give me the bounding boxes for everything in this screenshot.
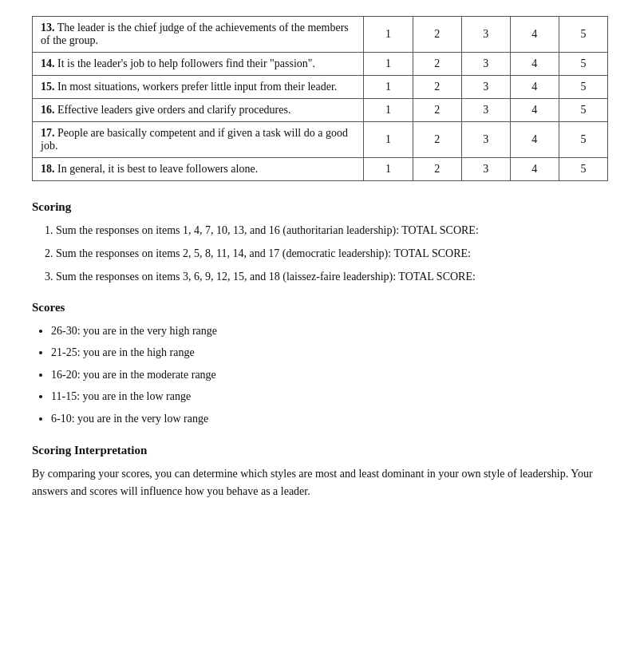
rating-cell: 1 <box>364 53 413 76</box>
scoring-list: Sum the responses on items 1, 4, 7, 10, … <box>56 222 608 285</box>
question-cell: 13. The leader is the chief judge of the… <box>33 17 364 53</box>
rating-cell: 2 <box>413 53 461 76</box>
question-cell: 17. People are basically competent and i… <box>33 122 364 158</box>
rating-cell: 1 <box>364 158 413 181</box>
question-cell: 18. In general, it is best to leave foll… <box>33 158 364 181</box>
interpretation-text: By comparing your scores, you can determ… <box>32 465 608 501</box>
scoring-item: Sum the responses on items 2, 5, 8, 11, … <box>56 245 608 262</box>
rating-cell: 1 <box>364 76 413 99</box>
rating-cell: 5 <box>559 158 607 181</box>
question-cell: 15. In most situations, workers prefer l… <box>33 76 364 99</box>
scores-item: 16-20: you are in the moderate range <box>51 366 608 384</box>
rating-cell: 3 <box>461 99 510 122</box>
scoring-section: Scoring Sum the responses on items 1, 4,… <box>32 200 608 285</box>
rating-cell: 2 <box>413 76 461 99</box>
rating-cell: 3 <box>461 76 510 99</box>
table-row: 14. It is the leader's job to help follo… <box>33 53 608 76</box>
rating-cell: 1 <box>364 17 413 53</box>
rating-cell: 5 <box>559 122 607 158</box>
rating-cell: 2 <box>413 122 461 158</box>
rating-cell: 4 <box>510 99 559 122</box>
scores-item: 11-15: you are in the low range <box>51 388 608 405</box>
rating-cell: 3 <box>461 17 510 53</box>
interpretation-section: Scoring Interpretation By comparing your… <box>32 444 608 501</box>
scores-item: 21-25: you are in the high range <box>51 344 608 362</box>
table-row: 13. The leader is the chief judge of the… <box>33 17 608 53</box>
scores-title: Scores <box>32 301 608 314</box>
scores-item: 6-10: you are in the very low range <box>51 410 608 428</box>
rating-cell: 4 <box>510 76 559 99</box>
rating-cell: 4 <box>510 122 559 158</box>
leadership-table: 13. The leader is the chief judge of the… <box>32 16 608 181</box>
rating-cell: 4 <box>510 158 559 181</box>
rating-cell: 5 <box>559 53 607 76</box>
scoring-item: Sum the responses on items 3, 6, 9, 12, … <box>56 268 608 285</box>
scores-section: Scores 26-30: you are in the very high r… <box>32 301 608 428</box>
rating-cell: 5 <box>559 17 607 53</box>
question-cell: 14. It is the leader's job to help follo… <box>33 53 364 76</box>
rating-cell: 3 <box>461 122 510 158</box>
table-row: 16. Effective leaders give orders and cl… <box>33 99 608 122</box>
rating-cell: 2 <box>413 158 461 181</box>
table-row: 18. In general, it is best to leave foll… <box>33 158 608 181</box>
question-cell: 16. Effective leaders give orders and cl… <box>33 99 364 122</box>
rating-cell: 2 <box>413 99 461 122</box>
interpretation-title: Scoring Interpretation <box>32 444 608 457</box>
scoring-title: Scoring <box>32 200 608 214</box>
rating-cell: 4 <box>510 17 559 53</box>
rating-cell: 2 <box>413 17 461 53</box>
rating-cell: 5 <box>559 99 607 122</box>
scores-list: 26-30: you are in the very high range21-… <box>51 322 608 428</box>
scoring-item: Sum the responses on items 1, 4, 7, 10, … <box>56 222 608 239</box>
table-row: 17. People are basically competent and i… <box>33 122 608 158</box>
rating-cell: 1 <box>364 122 413 158</box>
rating-cell: 4 <box>510 53 559 76</box>
rating-cell: 3 <box>461 53 510 76</box>
rating-cell: 3 <box>461 158 510 181</box>
rating-cell: 5 <box>559 76 607 99</box>
table-row: 15. In most situations, workers prefer l… <box>33 76 608 99</box>
scores-item: 26-30: you are in the very high range <box>51 322 608 340</box>
rating-cell: 1 <box>364 99 413 122</box>
